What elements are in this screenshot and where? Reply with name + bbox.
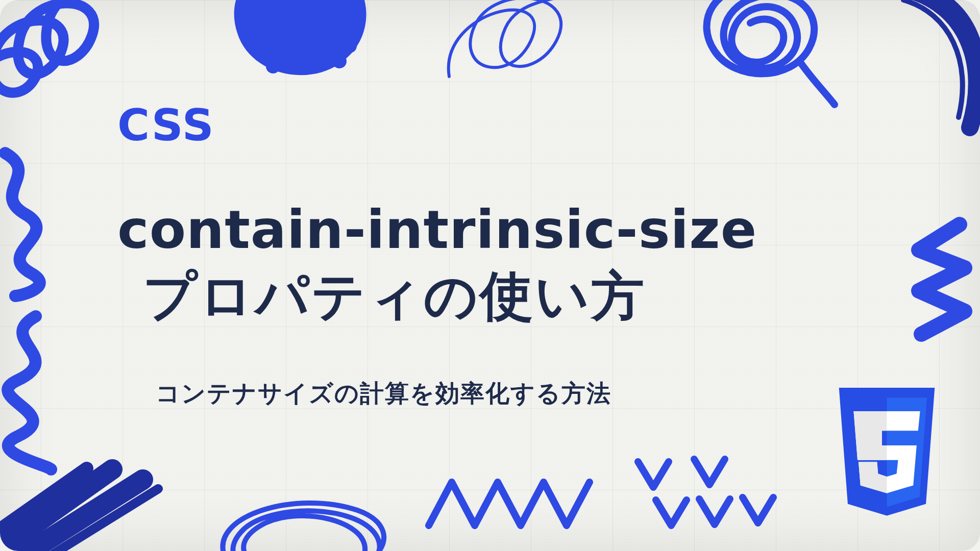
doodle-blob-top [219, 0, 383, 92]
subtitle: コンテナサイズの計算を効率化する方法 [156, 378, 919, 410]
doodle-loops-top-left [0, 0, 143, 107]
doodle-wobble-left-1 [0, 153, 61, 296]
doodle-spiral-thin [429, 0, 612, 92]
title-line-2: プロパティの使い方 [117, 263, 919, 329]
kicker-label: CSS [117, 99, 919, 151]
doodle-scribble-ball [684, 0, 837, 107]
doodle-crayon-wedge [0, 449, 168, 551]
doodle-v-cluster [628, 454, 791, 541]
doodle-zigzag-bottom [424, 469, 607, 541]
css3-shield-icon [824, 388, 949, 528]
svg-marker-3 [853, 411, 887, 460]
page-title: contain-intrinsic-size プロパティの使い方 [117, 196, 919, 329]
doodle-wobble-left-2 [0, 316, 71, 469]
title-line-1: contain-intrinsic-size [117, 196, 919, 263]
doodle-scribble-oval [204, 480, 398, 551]
